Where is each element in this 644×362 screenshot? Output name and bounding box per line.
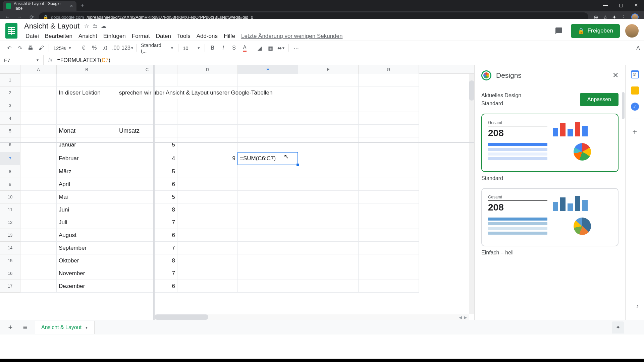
cell-B14[interactable]: September: [57, 242, 117, 254]
cell-B13[interactable]: August: [57, 229, 117, 242]
minimize-button[interactable]: —: [598, 0, 613, 10]
cell-B7[interactable]: Februar: [57, 152, 117, 165]
cell-C2[interactable]: sprechen wir über Ansicht & Layout unser…: [117, 86, 352, 99]
user-avatar[interactable]: [625, 24, 639, 38]
cell-C11[interactable]: 8: [117, 203, 177, 216]
column-header-C[interactable]: C: [117, 65, 177, 74]
cloud-status-icon[interactable]: ☁: [101, 23, 106, 29]
sheet-tab-active[interactable]: Ansicht & Layout ▼: [35, 321, 95, 334]
row-header-14[interactable]: 14: [0, 242, 20, 254]
cell-A13[interactable]: [20, 229, 57, 242]
cell-C10[interactable]: 5: [117, 191, 177, 203]
comments-button[interactable]: [552, 24, 566, 38]
cell-F16[interactable]: [298, 267, 359, 280]
star-icon[interactable]: ☆: [84, 23, 89, 29]
cell-A11[interactable]: [20, 203, 57, 216]
add-addon-button[interactable]: +: [632, 127, 637, 136]
row-header-7[interactable]: 7: [0, 152, 20, 165]
cell-G5[interactable]: [359, 125, 419, 137]
menu-item-format[interactable]: Format: [129, 32, 153, 41]
cell-C14[interactable]: 7: [117, 242, 177, 254]
cell-A7[interactable]: [20, 152, 57, 165]
cell-A2[interactable]: [20, 86, 57, 99]
cell-B6[interactable]: Januar: [57, 137, 117, 152]
cell-A5[interactable]: [20, 125, 57, 137]
strikethrough-button[interactable]: S: [229, 43, 239, 53]
cell-D1[interactable]: [177, 74, 238, 86]
row-header-11[interactable]: 11: [0, 203, 20, 216]
cell-B10[interactable]: Mai: [57, 191, 117, 203]
cell-F1[interactable]: [298, 74, 359, 86]
cell-A1[interactable]: [20, 74, 57, 86]
cell-C13[interactable]: 6: [117, 229, 177, 242]
cell-E17[interactable]: [238, 280, 298, 293]
freeze-line-vertical[interactable]: [153, 65, 155, 320]
redo-button[interactable]: ↷: [15, 43, 25, 53]
cell-A15[interactable]: [20, 254, 57, 267]
menu-item-datei[interactable]: Datei: [23, 32, 42, 41]
cell-G1[interactable]: [359, 74, 419, 86]
cell-A8[interactable]: [20, 165, 57, 178]
row-header-5[interactable]: 5: [0, 125, 20, 137]
panel-scrollbar[interactable]: [622, 92, 625, 119]
font-size-select[interactable]: 10▼: [181, 45, 203, 51]
cell-D8[interactable]: [177, 165, 238, 178]
row-header-6[interactable]: 6: [0, 137, 20, 152]
formula-input[interactable]: =FORMULATEXT(D7): [57, 57, 644, 63]
cell-A10[interactable]: [20, 191, 57, 203]
cell-G2[interactable]: [359, 86, 419, 99]
font-select[interactable]: Standard (...▼: [139, 42, 176, 54]
row-header-4[interactable]: 4: [0, 112, 20, 125]
add-sheet-button[interactable]: +: [5, 323, 15, 332]
cell-B12[interactable]: Juli: [57, 216, 117, 229]
bold-button[interactable]: B: [207, 43, 217, 53]
cell-F6[interactable]: [298, 137, 359, 152]
cell-F8[interactable]: [298, 165, 359, 178]
cell-E12[interactable]: [238, 216, 298, 229]
cell-A12[interactable]: [20, 216, 57, 229]
text-color-button[interactable]: A: [239, 43, 250, 53]
freeze-line-horizontal[interactable]: [0, 142, 474, 143]
italic-button[interactable]: I: [218, 43, 228, 53]
cell-E13[interactable]: [238, 229, 298, 242]
cell-D17[interactable]: [177, 280, 238, 293]
row-header-9[interactable]: 9: [0, 178, 20, 191]
menu-item-tools[interactable]: Tools: [174, 32, 193, 41]
cell-G11[interactable]: [359, 203, 419, 216]
cell-B9[interactable]: April: [57, 178, 117, 191]
document-title[interactable]: Ansicht & Layout: [23, 21, 81, 31]
decrease-decimal-button[interactable]: .0̲: [100, 43, 110, 53]
design-card-1[interactable]: Gesamt208: [481, 188, 619, 246]
cell-E1[interactable]: [238, 74, 298, 86]
all-sheets-button[interactable]: ≡: [20, 323, 30, 332]
cell-E8[interactable]: [238, 165, 298, 178]
merge-cells-button[interactable]: ⬌▼: [276, 43, 286, 53]
cell-B15[interactable]: Oktober: [57, 254, 117, 267]
keep-icon[interactable]: [631, 86, 639, 95]
menu-item-ansicht[interactable]: Ansicht: [76, 32, 100, 41]
cell-C3[interactable]: [117, 99, 177, 112]
cell-G12[interactable]: [359, 216, 419, 229]
row-header-17[interactable]: 17: [0, 280, 20, 293]
row-header-13[interactable]: 13: [0, 229, 20, 242]
cell-D5[interactable]: [177, 125, 238, 137]
cell-F15[interactable]: [298, 254, 359, 267]
cell-C12[interactable]: 7: [117, 216, 177, 229]
more-toolbar-button[interactable]: ⋯: [291, 43, 301, 53]
cell-G16[interactable]: [359, 267, 419, 280]
fill-color-button[interactable]: ◢: [255, 43, 265, 53]
cell-F14[interactable]: [298, 242, 359, 254]
cell-G10[interactable]: [359, 191, 419, 203]
spreadsheet-grid[interactable]: ABCDEFGIn dieser Lektionsprechen wir übe…: [0, 65, 474, 320]
cell-F4[interactable]: [298, 112, 359, 125]
cell-G4[interactable]: [359, 112, 419, 125]
cell-B16[interactable]: November: [57, 267, 117, 280]
row-header-3[interactable]: 3: [0, 99, 20, 112]
cell-C5[interactable]: Umsatz: [117, 125, 177, 137]
cell-C6[interactable]: 5: [117, 137, 177, 152]
cell-B5[interactable]: Monat: [57, 125, 117, 137]
menu-item-bearbeiten[interactable]: Bearbeiten: [42, 32, 75, 41]
cell-D3[interactable]: [177, 99, 238, 112]
cell-D12[interactable]: [177, 216, 238, 229]
cell-A16[interactable]: [20, 267, 57, 280]
